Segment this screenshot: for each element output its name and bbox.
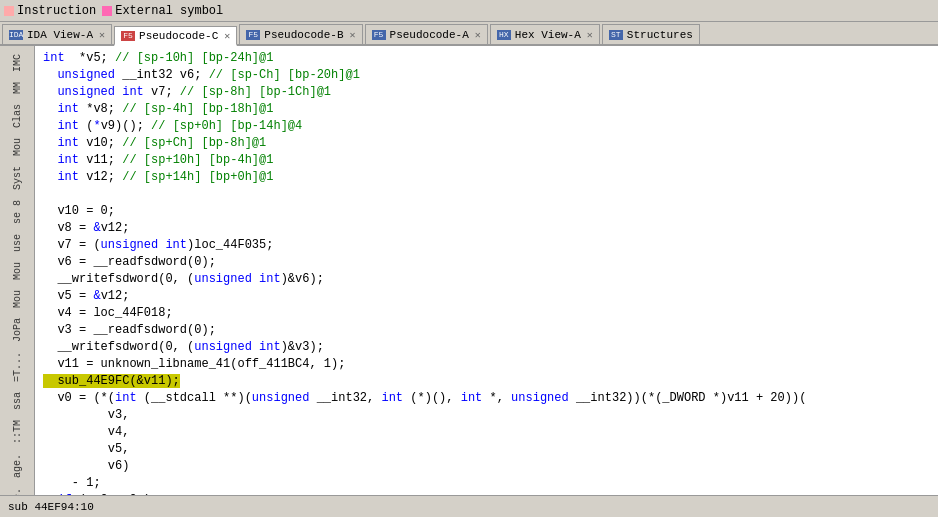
code-line-9: v10 = 0; xyxy=(43,203,930,220)
code-line-21: v3, xyxy=(43,407,930,424)
sidebar-item-0[interactable]: IMC xyxy=(10,50,25,76)
tab-hex-view-label: Hex View-A xyxy=(515,29,581,41)
instruction-color xyxy=(4,6,14,16)
sidebar-item-6[interactable]: use xyxy=(10,230,25,256)
tab-bar: IDA IDA View-A ✕ F5 Pseudocode-C ✕ F5 Ps… xyxy=(0,22,938,46)
pseudocode-c-icon: F5 xyxy=(121,31,135,41)
tab-pseudocode-a[interactable]: F5 Pseudocode-A ✕ xyxy=(365,24,488,44)
code-line-22: v4, xyxy=(43,424,930,441)
legend-instruction: Instruction xyxy=(4,4,96,18)
code-area[interactable]: int *v5; // [sp-10h] [bp-24h]@1 unsigned… xyxy=(35,46,938,495)
sidebar-item-2[interactable]: Clas xyxy=(10,100,25,132)
code-line-15: v4 = loc_44F018; xyxy=(43,305,930,322)
sidebar-item-7[interactable]: Mou xyxy=(10,258,25,284)
tab-pseudocode-a-label: Pseudocode-A xyxy=(390,29,469,41)
sidebar-item-4[interactable]: Syst xyxy=(10,162,25,194)
sidebar-item-12[interactable]: ::TM xyxy=(10,416,25,448)
code-line-7: int v12; // [sp+14h] [bp+0h]@1 xyxy=(43,169,930,186)
tab-pseudocode-a-close[interactable]: ✕ xyxy=(475,29,481,41)
code-line-4: int (*v9)(); // [sp+0h] [bp-14h]@4 xyxy=(43,118,930,135)
main-layout: IMC MM Clas Mou Syst se 8 use Mou Mou Jo… xyxy=(0,46,938,495)
code-line-12: v6 = __readfsdword(0); xyxy=(43,254,930,271)
code-line-11: v7 = (unsigned int)loc_44F035; xyxy=(43,237,930,254)
code-line-3: int *v8; // [sp-4h] [bp-18h]@1 xyxy=(43,101,930,118)
tab-ida-view-a[interactable]: IDA IDA View-A ✕ xyxy=(2,24,112,44)
tab-hex-close[interactable]: ✕ xyxy=(587,29,593,41)
code-line-16: v3 = __readfsdword(0); xyxy=(43,322,930,339)
code-line-13: __writefsdword(0, (unsigned int)&v6); xyxy=(43,271,930,288)
tab-ida-label: IDA View-A xyxy=(27,29,93,41)
sidebar-item-11[interactable]: ssa xyxy=(10,388,25,414)
instruction-label: Instruction xyxy=(17,4,96,18)
code-line-1: unsigned __int32 v6; // [sp-Ch] [bp-20h]… xyxy=(43,67,930,84)
tab-pseudocode-b-label: Pseudocode-B xyxy=(264,29,343,41)
tab-pseudocode-c-label: Pseudocode-C xyxy=(139,30,218,42)
external-color xyxy=(102,6,112,16)
code-line-6: int v11; // [sp+10h] [bp-4h]@1 xyxy=(43,152,930,169)
tab-pseudocode-b[interactable]: F5 Pseudocode-B ✕ xyxy=(239,24,362,44)
code-line-14: v5 = &v12; xyxy=(43,288,930,305)
tab-ida-close[interactable]: ✕ xyxy=(99,29,105,41)
code-line-highlight: sub_44E9FC(&v11); xyxy=(43,373,930,390)
code-line-24: v6) xyxy=(43,458,930,475)
pseudocode-a-icon: F5 xyxy=(372,30,386,40)
code-line-17: __writefsdword(0, (unsigned int)&v3); xyxy=(43,339,930,356)
code-line-20: v0 = (*(int (__stdcall **)(unsigned __in… xyxy=(43,390,930,407)
sidebar-item-8[interactable]: Mou xyxy=(10,286,25,312)
code-line-8 xyxy=(43,186,930,203)
sidebar-item-5[interactable]: se 8 xyxy=(10,196,25,228)
ida-icon: IDA xyxy=(9,30,23,40)
code-line-5: int v10; // [sp+Ch] [bp-8h]@1 xyxy=(43,135,930,152)
external-label: External symbol xyxy=(115,4,223,18)
code-line-0: int *v5; // [sp-10h] [bp-24h]@1 xyxy=(43,50,930,67)
status-text: sub 44EF94:10 xyxy=(8,501,94,513)
hex-view-icon: HX xyxy=(497,30,511,40)
sidebar-item-13[interactable]: age. xyxy=(10,450,25,482)
sidebar-item-3[interactable]: Mou xyxy=(10,134,25,160)
tab-structures[interactable]: ST Structures xyxy=(602,24,700,44)
status-bar: sub 44EF94:10 xyxy=(0,495,938,517)
tab-pseudocode-b-close[interactable]: ✕ xyxy=(350,29,356,41)
sidebar-item-14[interactable]: use. xyxy=(10,484,25,495)
pseudocode-b-icon: F5 xyxy=(246,30,260,40)
code-line-10: v8 = &v12; xyxy=(43,220,930,237)
top-bar: Instruction External symbol xyxy=(0,0,938,22)
legend-external: External symbol xyxy=(102,4,223,18)
sidebar-item-1[interactable]: MM xyxy=(10,78,25,98)
tab-hex-view-a[interactable]: HX Hex View-A ✕ xyxy=(490,24,600,44)
tab-pseudocode-c-close[interactable]: ✕ xyxy=(224,30,230,42)
code-line-26: if ( v0 > 0 ) xyxy=(43,492,930,495)
sidebar: IMC MM Clas Mou Syst se 8 use Mou Mou Jo… xyxy=(0,46,35,495)
sidebar-item-9[interactable]: JoPa xyxy=(10,314,25,346)
code-line-25: - 1; xyxy=(43,475,930,492)
tab-pseudocode-c[interactable]: F5 Pseudocode-C ✕ xyxy=(114,26,237,46)
code-line-23: v5, xyxy=(43,441,930,458)
code-line-2: unsigned int v7; // [sp-8h] [bp-1Ch]@1 xyxy=(43,84,930,101)
structures-icon: ST xyxy=(609,30,623,40)
sidebar-item-10[interactable]: =T... xyxy=(10,348,25,386)
code-line-18: v11 = unknown_libname_41(off_411BC4, 1); xyxy=(43,356,930,373)
tab-structures-label: Structures xyxy=(627,29,693,41)
